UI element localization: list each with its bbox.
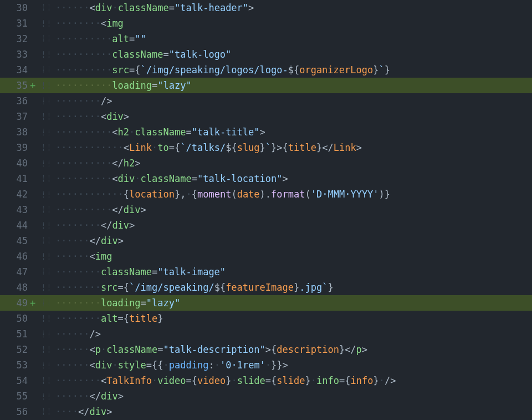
- token-punc: {: [192, 189, 197, 200]
- indent-guides: ··········: [55, 204, 112, 215]
- token-punc: }: [271, 142, 277, 153]
- code-content[interactable]: ······<img: [55, 249, 532, 264]
- code-content[interactable]: ··········loading="lazy": [55, 78, 532, 93]
- line-number: 34: [0, 62, 30, 78]
- token-var: slide: [277, 375, 305, 386]
- code-content[interactable]: ······<div·className="talk-header">: [55, 0, 532, 16]
- diff-marker: [30, 62, 41, 78]
- code-content[interactable]: ········alt={title}: [55, 311, 532, 326]
- code-line[interactable]: 30 ⸽⸽······<div·className="talk-header">: [0, 0, 532, 16]
- code-line[interactable]: 53 ⸽⸽······<div·style={{·padding:·'0·1re…: [0, 357, 532, 373]
- token-punc: {{: [152, 360, 163, 371]
- code-line[interactable]: 55 ⸽⸽······</div>: [0, 388, 532, 404]
- token-var: slug: [237, 142, 260, 153]
- code-content[interactable]: ······<div·style={{·padding:·'0·1rem'·}}…: [55, 357, 532, 373]
- code-content[interactable]: ········src={`/img/speaking/${featureIma…: [55, 280, 532, 295]
- code-line[interactable]: 33 ⸽⸽··········className="talk-logo": [0, 47, 532, 62]
- code-content[interactable]: ······</div>: [55, 388, 532, 404]
- indent-guides: ··········: [55, 64, 112, 75]
- code-line[interactable]: 37 ⸽⸽········<div>: [0, 109, 532, 124]
- code-line[interactable]: 35+⸽⸽··········loading="lazy": [0, 78, 532, 93]
- code-line[interactable]: 49+⸽⸽········loading="lazy": [0, 295, 532, 311]
- token-var: info: [350, 375, 373, 386]
- code-content[interactable]: ············<Link·to={`/talks/${slug}`}>…: [55, 140, 532, 155]
- token-tag: h2: [118, 126, 129, 138]
- indent-guides: ······: [55, 251, 89, 262]
- code-content[interactable]: ········<div>: [55, 109, 532, 124]
- token-punc: (: [231, 189, 237, 200]
- code-content[interactable]: ··········alt="": [55, 31, 532, 47]
- diff-marker: [30, 124, 41, 140]
- token-var: title: [288, 142, 316, 153]
- code-content[interactable]: ··········</div>: [55, 202, 532, 217]
- code-line[interactable]: 34 ⸽⸽··········src={`/img/speaking/logos…: [0, 62, 532, 78]
- token-ws: ·: [112, 360, 117, 371]
- code-line[interactable]: 56 ⸽⸽····</div>: [0, 404, 532, 419]
- code-content[interactable]: ··········className="talk-logo": [55, 47, 532, 62]
- fold-marks: ⸽⸽: [41, 186, 55, 202]
- code-line[interactable]: 31 ⸽⸽········<img: [0, 16, 532, 31]
- token-punc: <: [89, 344, 95, 355]
- token-punc: >: [141, 204, 146, 215]
- token-punc: =: [141, 297, 146, 308]
- code-line[interactable]: 51 ⸽⸽······/>: [0, 326, 532, 342]
- code-content[interactable]: ········/>: [55, 93, 532, 109]
- code-content[interactable]: ··········src={`/img/speaking/logos/logo…: [55, 62, 532, 78]
- code-line[interactable]: 47 ⸽⸽········className="talk-image": [0, 264, 532, 280]
- token-punc: </: [112, 204, 123, 215]
- code-line[interactable]: 50 ⸽⸽········alt={title}: [0, 311, 532, 326]
- code-content[interactable]: ········<img: [55, 16, 532, 31]
- token-tag: div: [124, 204, 141, 215]
- token-punc: }: [294, 282, 299, 293]
- code-line[interactable]: 48 ⸽⸽········src={`/img/speaking/${featu…: [0, 280, 532, 295]
- token-tag: src: [112, 64, 129, 75]
- code-line[interactable]: 43 ⸽⸽··········</div>: [0, 202, 532, 217]
- token-punc: }: [385, 64, 390, 75]
- diff-marker: [30, 93, 41, 109]
- code-line[interactable]: 41 ⸽⸽··········<div·className="talk-loca…: [0, 171, 532, 186]
- code-line[interactable]: 45 ⸽⸽······</div>: [0, 233, 532, 249]
- code-editor[interactable]: 30 ⸽⸽······<div·className="talk-header">…: [0, 0, 532, 419]
- diff-marker: [30, 280, 41, 295]
- code-line[interactable]: 32 ⸽⸽··········alt="": [0, 31, 532, 47]
- line-number: 47: [0, 264, 30, 280]
- code-content[interactable]: ··········<div·className="talk-location"…: [55, 171, 532, 186]
- code-line[interactable]: 39 ⸽⸽············<Link·to={`/talks/${slu…: [0, 140, 532, 155]
- token-tag: className: [106, 344, 157, 355]
- fold-marks: ⸽⸽: [41, 326, 55, 342]
- token-punc: =: [118, 282, 124, 293]
- token-tag: alt: [101, 313, 118, 324]
- code-line[interactable]: 46 ⸽⸽······<img: [0, 249, 532, 264]
- code-content[interactable]: ······</div>: [55, 233, 532, 249]
- code-line[interactable]: 36 ⸽⸽········/>: [0, 93, 532, 109]
- code-content[interactable]: ··········<h2·className="talk-title">: [55, 124, 532, 140]
- code-content[interactable]: ········<TalkInfo·video={video}·slide={s…: [55, 373, 532, 388]
- token-ws: ·: [163, 360, 169, 371]
- code-content[interactable]: ········</div>: [55, 217, 532, 233]
- code-content[interactable]: ············{location},·{moment(date).fo…: [55, 186, 532, 202]
- line-number: 48: [0, 280, 30, 295]
- line-number: 39: [0, 140, 30, 155]
- code-line[interactable]: 54 ⸽⸽········<TalkInfo·video={video}·sli…: [0, 373, 532, 388]
- indent-guides: ········: [55, 111, 101, 122]
- code-line[interactable]: 38 ⸽⸽··········<h2·className="talk-title…: [0, 124, 532, 140]
- fold-marks: ⸽⸽: [41, 217, 55, 233]
- token-ws: ·: [135, 173, 140, 184]
- token-str: "talk-location": [197, 173, 283, 184]
- token-punc: >: [356, 142, 362, 153]
- token-var: featureImage: [226, 282, 294, 293]
- indent-guides: ··········: [55, 173, 112, 184]
- token-punc: <: [101, 111, 106, 122]
- code-line[interactable]: 42 ⸽⸽············{location},·{moment(dat…: [0, 186, 532, 202]
- code-content[interactable]: ····</div>: [55, 404, 532, 419]
- code-content[interactable]: ······/>: [55, 326, 532, 342]
- code-line[interactable]: 52 ⸽⸽······<p·className="talk-descriptio…: [0, 342, 532, 357]
- code-line[interactable]: 40 ⸽⸽··········</h2>: [0, 155, 532, 171]
- code-content[interactable]: ········loading="lazy": [55, 295, 532, 311]
- code-content[interactable]: ········className="talk-image": [55, 264, 532, 280]
- token-punc: }}: [271, 360, 282, 371]
- code-content[interactable]: ······<p·className="talk-description">{d…: [55, 342, 532, 357]
- fold-marks: ⸽⸽: [41, 233, 55, 249]
- code-content[interactable]: ··········</h2>: [55, 155, 532, 171]
- code-line[interactable]: 44 ⸽⸽········</div>: [0, 217, 532, 233]
